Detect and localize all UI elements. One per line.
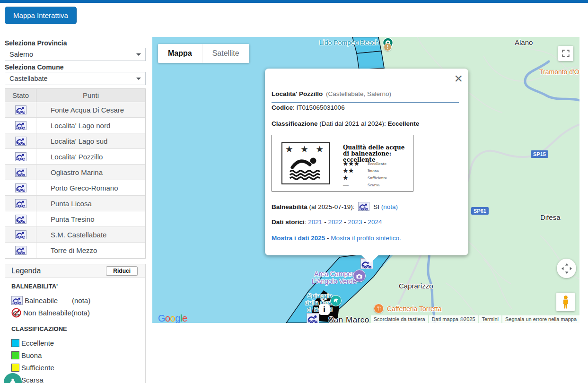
table-row[interactable]: Ogliastro Marina	[5, 165, 145, 180]
codice-line: Codice: IT015065031006	[272, 104, 461, 111]
legend-non-balneabile-nota[interactable]: (nota)	[71, 309, 90, 317]
poi-label-lido-pompeo-beach[interactable]: Lido Pompeo Beach	[319, 39, 379, 46]
mostra-dati-link[interactable]: Mostra i dati 2025	[272, 235, 325, 242]
keyboard-shortcuts-link[interactable]: Scorciatoie da tastiera	[371, 315, 428, 323]
sep: :	[293, 104, 295, 111]
restaurant-icon[interactable]	[374, 304, 384, 313]
mostra-profilo-link[interactable]: Mostra il profilo sintetico.	[331, 235, 401, 242]
row-point-name[interactable]: Localita' Lago nord	[36, 118, 145, 133]
page: Mappa Interattiva Seleziona Provincia Sa…	[0, 0, 588, 383]
three-stars-icon: ★ ★ ★	[282, 144, 329, 155]
table-row[interactable]: Torre di Mezzo	[5, 243, 145, 258]
legend-header: Legenda Riduci	[5, 264, 146, 278]
row-point-name[interactable]: Porto Greco-Romano	[36, 180, 145, 195]
balneabilita-label: Balneabilità	[272, 203, 307, 210]
table-row[interactable]: Localita' Lago nord	[5, 118, 145, 133]
campground-icon[interactable]	[353, 270, 366, 282]
poi-label-tramonto[interactable]: Tramonto d'O	[539, 68, 579, 76]
rating-stars: ★★	[343, 167, 368, 174]
legend-non-balneabile-row: Non Balneabile (nota)	[11, 306, 145, 319]
legend-balneabile-row: Balneabile (nota)	[11, 294, 145, 306]
legend-balneabilita-title: BALNEABILITA'	[11, 283, 145, 290]
row-status-cell	[5, 180, 36, 195]
sep: -	[324, 218, 326, 226]
year-link[interactable]: 2023	[348, 218, 362, 226]
province-select[interactable]: Salerno	[5, 48, 146, 61]
map-data-label: Dati mappa ©2025	[429, 315, 478, 323]
province-label: Seleziona Provincia	[5, 39, 67, 47]
beach-umbrella-icon[interactable]	[330, 295, 342, 306]
no-swim-icon	[11, 308, 21, 318]
google-logo[interactable]: Google	[158, 313, 187, 323]
row-status-cell	[5, 102, 36, 117]
row-point-name[interactable]: Ogliastro Marina	[36, 165, 145, 180]
rating-label: Eccellente	[368, 162, 386, 166]
year-link[interactable]: 2021	[308, 218, 322, 226]
fullscreen-button[interactable]	[558, 46, 573, 61]
row-status-cell	[5, 243, 36, 258]
info-marker-icon[interactable]: i	[319, 304, 330, 315]
map-attribution: Scorciatoie da tastiera Dati mappa ©2025…	[371, 315, 579, 323]
poi-label-caffetteria-torretta[interactable]: Caffetteria Torretta	[387, 305, 441, 313]
swimmer-icon	[11, 296, 23, 305]
terms-link[interactable]: Termini	[479, 315, 501, 323]
row-point-name[interactable]: Localita' Pozzillo	[36, 149, 145, 164]
pan-control[interactable]	[557, 259, 576, 278]
rating-row: — Scarsa	[343, 182, 380, 188]
row-point-name[interactable]: Punta Tresino	[36, 211, 145, 226]
riduci-button[interactable]: Riduci	[106, 266, 138, 276]
rating-label: Scarsa	[368, 183, 380, 187]
bathing-point-marker-icon[interactable]	[307, 313, 319, 323]
sep: -	[364, 218, 366, 226]
rating-stars: —	[343, 182, 368, 188]
pegman-button[interactable]	[556, 293, 575, 311]
legend-class-label: Sufficiente	[21, 364, 54, 372]
poi-label-line: Area Camper	[314, 270, 353, 278]
swimmer-icon	[15, 137, 26, 146]
map-tab-satellite[interactable]: Satellite	[202, 44, 249, 63]
swimmer-icon	[358, 202, 369, 211]
map-type-control: Mappa Satellite	[158, 44, 249, 63]
legend-class-label: Scarsa	[21, 376, 44, 383]
swimmer-icon	[15, 152, 26, 161]
sep: -	[327, 235, 329, 242]
legend-non-balneabile-label: Non Balneabile	[23, 309, 71, 317]
legend-class-row: Buona	[11, 349, 145, 361]
table-row[interactable]: Punta Tresino	[5, 211, 145, 227]
infowindow-tail	[361, 255, 379, 263]
report-error-link[interactable]: Segnala un errore nella mappa	[502, 315, 579, 323]
row-point-name[interactable]: Punta Licosa	[36, 196, 145, 211]
map-tab-mappa[interactable]: Mappa	[158, 44, 202, 63]
rating-stars: ★★★	[343, 160, 368, 167]
points-table-header: Stato Punti	[5, 89, 145, 102]
poi-label-line: L'Angolo Verde	[312, 278, 357, 285]
balneabilita-line: Balneabilità (al 2025-07-19):: SI (nota)	[272, 202, 461, 211]
table-row[interactable]: Porto Greco-Romano	[5, 180, 145, 196]
row-status-cell	[5, 211, 36, 226]
comune-label: Seleziona Comune	[5, 63, 63, 71]
map-canvas[interactable]: Mappa Satellite Lido Pompeo Beach Alano …	[152, 37, 579, 323]
table-row[interactable]: Localita' Pozzillo	[5, 149, 145, 165]
sep: -	[344, 218, 346, 226]
swimmer-icon	[15, 246, 26, 255]
close-icon[interactable]: ×	[454, 71, 463, 86]
row-status-cell	[5, 149, 36, 164]
poi-label-area-camper[interactable]: Area Camper L'Angolo Verde	[307, 270, 360, 285]
legend-class-label: Buona	[21, 351, 42, 359]
table-row[interactable]: Fonte Acqua Di Cesare	[5, 102, 145, 118]
row-point-name[interactable]: Fonte Acqua Di Cesare	[36, 102, 145, 117]
row-point-name[interactable]: S.M. Castellabate	[36, 227, 145, 242]
legend-balneabile-nota[interactable]: (nota)	[72, 296, 90, 305]
rating-stars: ★	[343, 174, 368, 181]
table-row[interactable]: Punta Licosa	[5, 196, 145, 211]
nota-link[interactable]: (nota)	[381, 203, 398, 210]
legend-class-row: Scarsa	[11, 374, 145, 383]
row-point-name[interactable]: Torre di Mezzo	[36, 243, 145, 258]
year-link[interactable]: 2024	[368, 218, 382, 226]
mappa-interattiva-button[interactable]: Mappa Interattiva	[5, 7, 77, 24]
row-point-name[interactable]: Localita' Lago sud	[36, 133, 145, 148]
comune-select[interactable]: Castellabate	[5, 72, 146, 85]
table-row[interactable]: Localita' Lago sud	[5, 133, 145, 149]
year-link[interactable]: 2022	[328, 218, 342, 226]
table-row[interactable]: S.M. Castellabate	[5, 227, 145, 243]
